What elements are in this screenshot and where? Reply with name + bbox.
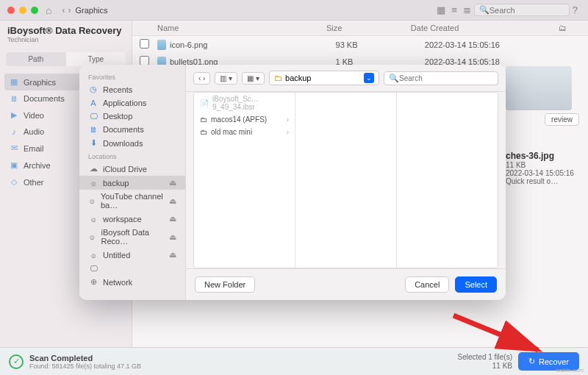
sheet-group-by[interactable]: ▦ ▾ (242, 72, 265, 85)
sidebar-item[interactable]: ⌾ iBoysoft Data Reco… ⏏ (79, 226, 185, 248)
new-folder-button[interactable]: New Folder (195, 276, 255, 293)
titlebar: ⌂ ‹ › Graphics ▦ ≡ ≣ 🔍 ? (0, 0, 588, 21)
sidebar-item-icon: ⌾ (88, 179, 98, 188)
back-button[interactable]: ‹ (62, 5, 65, 15)
search-icon: 🔍 (389, 74, 399, 83)
app-search-input[interactable] (490, 6, 563, 15)
column-item[interactable]: 📄 iBoysoft_Sc…9_49_34.ibsr (194, 93, 295, 113)
brand-edition: Technician (7, 36, 124, 43)
help-icon[interactable]: ? (573, 4, 578, 15)
sidebar-item-icon: 🖵 (88, 264, 98, 273)
folder-caret-icon: ⌄ (364, 73, 374, 83)
filter-icon[interactable]: ≣ (463, 4, 471, 15)
sel-line1: Selected 1 file(s) (458, 353, 512, 362)
sidebar-item[interactable]: 🖵 (79, 262, 185, 275)
category-label: Audio (24, 127, 44, 136)
category-icon: 🗎 (9, 94, 19, 103)
sidebar-item[interactable]: 🖵 Desktop (79, 110, 185, 123)
file-icon (157, 40, 166, 50)
category-label: Email (24, 144, 44, 153)
sidebar-item[interactable]: ⌾ backup ⏏ (79, 176, 185, 190)
category-label: Archive (24, 161, 51, 170)
preview-thumbnail (506, 66, 572, 110)
tab-path[interactable]: Path (6, 52, 66, 66)
zoom-window[interactable] (31, 7, 38, 14)
file-icon: 📄 (200, 99, 209, 107)
col-extra-icon[interactable]: 🗂 (559, 24, 581, 32)
sidebar-item-icon: ⌾ (88, 232, 97, 241)
column-pane-1[interactable]: 📄 iBoysoft_Sc…9_49_34.ibsr 🗀 macos14 (AP… (194, 93, 295, 268)
chevron-right-icon: › (287, 115, 289, 124)
category-label: Graphics (24, 78, 56, 87)
category-label: Documents (24, 94, 65, 103)
window-controls (7, 7, 38, 14)
column-item[interactable]: 🗀 old mac mini › (194, 126, 295, 138)
sidebar-item[interactable]: ⌾ Untitled ⏏ (79, 248, 185, 262)
folder-icon: 🗀 (200, 115, 207, 124)
category-icon: ✉ (9, 143, 19, 153)
preview-filename: ches-36.jpg (506, 151, 579, 161)
status-bar: ✓ Scan Completed Found: 581425 file(s) t… (0, 347, 588, 375)
eject-icon[interactable]: ⏏ (169, 250, 176, 260)
sidebar-item[interactable]: ⬇ Downloads (79, 136, 185, 150)
sidebar-item-label: Recents (103, 85, 132, 94)
close-window[interactable] (7, 7, 15, 14)
breadcrumb: Graphics (75, 6, 107, 15)
sidebar-item[interactable]: ⌾ workspace ⏏ (79, 212, 185, 226)
sidebar-item-label: iCloud Drive (103, 165, 147, 174)
row-checkbox[interactable] (140, 39, 149, 49)
sheet-folder-picker[interactable]: 🗀 backup ⌄ (269, 71, 379, 85)
scan-title: Scan Completed (29, 354, 141, 362)
category-label: Video (24, 111, 44, 120)
preview-panel: review ches-36.jpg 11 KB 2022-03-14 15:0… (506, 66, 579, 185)
column-item-label: old mac mini (211, 128, 252, 136)
sheet-toolbar: ‹ › ▥ ▾ ▦ ▾ 🗀 backup ⌄ 🔍 (186, 65, 506, 92)
sidebar-item-label: Documents (103, 125, 144, 134)
scan-complete-icon: ✓ (9, 354, 24, 369)
sidebar-item[interactable]: ⌾ YouTube channel ba… ⏏ (79, 190, 185, 212)
sheet-view-columns[interactable]: ▥ ▾ (215, 72, 237, 85)
column-pane-3[interactable] (397, 93, 498, 268)
eject-icon[interactable]: ⏏ (169, 178, 176, 188)
sheet-nav-back[interactable]: ‹ › (193, 72, 210, 85)
eject-icon[interactable]: ⏏ (169, 232, 176, 242)
sidebar-item-icon: 🖵 (88, 112, 98, 121)
category-icon: ▶ (9, 110, 19, 120)
select-button[interactable]: Select (455, 276, 497, 293)
sidebar-item-label: iBoysoft Data Reco… (101, 228, 165, 246)
column-pane-2[interactable] (295, 93, 397, 268)
sidebar-item-icon: ⊕ (88, 277, 98, 287)
category-label: Other (24, 178, 44, 187)
list-view-icon[interactable]: ≡ (451, 4, 457, 15)
col-name[interactable]: Name (157, 24, 326, 32)
minimize-window[interactable] (19, 7, 26, 14)
sidebar-item[interactable]: ⊕ Network (79, 275, 185, 289)
sidebar-item[interactable]: A Applications (79, 96, 185, 110)
sheet-search[interactable]: 🔍 (384, 71, 498, 85)
col-date[interactable]: Date Created (411, 24, 559, 32)
eject-icon[interactable]: ⏏ (169, 214, 176, 224)
sidebar-item[interactable]: ☁ iCloud Drive (79, 162, 185, 176)
nav-arrows: ‹ › (62, 5, 71, 15)
favorites-list: ◷ Recents A Applications 🖵 Desktop 🗎 Doc… (79, 82, 185, 150)
sidebar-item[interactable]: ◷ Recents (79, 82, 185, 96)
sidebar-item-icon: ⌾ (88, 215, 98, 224)
home-icon[interactable]: ⌂ (46, 4, 51, 16)
cancel-button[interactable]: Cancel (405, 276, 449, 293)
sheet-search-input[interactable] (399, 74, 493, 82)
file-row[interactable]: icon-6.png 93 KB 2022-03-14 15:05:16 (132, 36, 588, 53)
category-icon: ▣ (9, 160, 19, 170)
sidebar-item-label: workspace (103, 215, 142, 224)
sidebar-item[interactable]: 🗎 Documents (79, 123, 185, 136)
locations-list: ☁ iCloud Drive ⌾ backup ⏏⌾ YouTube chann… (79, 162, 185, 289)
list-header: Name Size Date Created 🗂 (132, 21, 588, 36)
grid-view-icon[interactable]: ▦ (437, 4, 445, 15)
col-size[interactable]: Size (326, 24, 411, 32)
column-item[interactable]: 🗀 macos14 (APFS) › (194, 113, 295, 126)
sheet-sidebar: Favorites ◷ Recents A Applications 🖵 Des… (79, 65, 186, 300)
app-search[interactable]: 🔍 (474, 4, 570, 16)
eject-icon[interactable]: ⏏ (169, 196, 176, 206)
preview-button[interactable]: review (545, 113, 579, 126)
category-icon: ◇ (9, 177, 19, 187)
fwd-button[interactable]: › (68, 5, 71, 15)
